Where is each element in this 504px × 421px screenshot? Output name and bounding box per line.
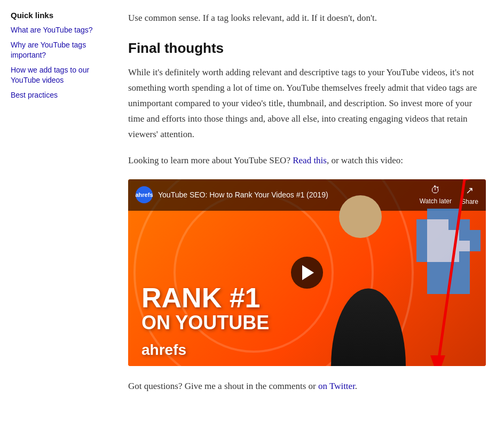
footer-text: Got questions? Give me a shout in the co… [128, 379, 486, 394]
video-title-bar: ahrefs YouTube SEO: How to Rank Your Vid… [136, 186, 328, 203]
play-icon [302, 265, 314, 280]
svg-rect-37 [438, 283, 448, 294]
svg-rect-30 [448, 262, 459, 273]
svg-rect-29 [438, 262, 448, 273]
svg-rect-26 [448, 251, 459, 262]
video-top-bar: ahrefs YouTube SEO: How to Rank Your Vid… [128, 179, 486, 211]
svg-rect-13 [438, 230, 448, 241]
svg-rect-19 [438, 241, 448, 251]
read-this-link[interactable]: Read this [293, 155, 327, 165]
video-intro-after: , or watch this video: [327, 155, 403, 165]
svg-rect-24 [427, 251, 438, 262]
channel-logo: ahrefs [136, 186, 153, 203]
intro-text: Use common sense. If a tag looks relevan… [128, 11, 486, 25]
watch-later-label: Watch later [420, 197, 452, 205]
svg-rect-31 [459, 262, 470, 273]
svg-rect-21 [459, 241, 470, 251]
sidebar: Quick links What are YouTube tags? Why a… [0, 11, 117, 394]
svg-rect-32 [427, 273, 438, 283]
video-title: YouTube SEO: How to Rank Your Videos #1 … [158, 190, 328, 199]
share-icon: ↗ [466, 185, 474, 196]
svg-rect-7 [427, 219, 438, 230]
share-label: Share [461, 198, 478, 205]
sidebar-links: What are YouTube tags? Why are YouTube t… [11, 25, 107, 101]
svg-rect-3 [427, 209, 438, 219]
svg-rect-35 [459, 273, 470, 283]
twitter-link[interactable]: on Twitter [318, 381, 355, 391]
footer-before: Got questions? Give me a shout in the co… [128, 381, 316, 391]
video-thumbnail[interactable]: ahrefs YouTube SEO: How to Rank Your Vid… [128, 179, 486, 366]
sidebar-item-how-add[interactable]: How we add tags to our YouTube videos [11, 65, 107, 86]
svg-rect-17 [416, 241, 427, 251]
svg-rect-9 [448, 219, 459, 230]
video-actions: ⏱ Watch later ↗ Share [420, 185, 478, 205]
svg-rect-12 [427, 230, 438, 241]
brand-label: ahrefs [141, 341, 186, 359]
pixel-graphic [416, 209, 481, 305]
sidebar-title: Quick links [11, 11, 107, 20]
rank-text-line1: RANK #1 [141, 284, 269, 312]
svg-rect-27 [459, 251, 470, 262]
svg-rect-38 [448, 283, 459, 294]
video-intro-paragraph: Looking to learn more about YouTube SEO?… [128, 153, 486, 169]
sidebar-item-what-are-tags[interactable]: What are YouTube tags? [11, 25, 107, 36]
svg-rect-4 [438, 209, 448, 219]
body-paragraph: While it's definitely worth adding relev… [128, 65, 486, 142]
watch-later-icon: ⏱ [431, 185, 440, 196]
svg-rect-16 [470, 230, 481, 241]
svg-rect-33 [438, 273, 448, 283]
svg-rect-20 [448, 241, 459, 251]
video-intro-before: Looking to learn more about YouTube SEO? [128, 155, 290, 165]
svg-rect-23 [416, 251, 427, 262]
svg-rect-39 [459, 283, 470, 294]
svg-rect-18 [427, 241, 438, 251]
footer-after: . [355, 381, 357, 391]
svg-rect-10 [459, 219, 470, 230]
person-head [339, 195, 382, 238]
share-button[interactable]: ↗ Share [461, 185, 478, 205]
svg-rect-6 [416, 219, 427, 230]
svg-rect-28 [427, 262, 438, 273]
sidebar-item-best-practices[interactable]: Best practices [11, 90, 107, 101]
section-heading: Final thoughts [128, 40, 486, 57]
svg-rect-22 [470, 241, 481, 251]
play-button[interactable] [291, 257, 323, 289]
rank-text-line2: ON YOUTUBE [141, 312, 269, 333]
video-container[interactable]: ahrefs YouTube SEO: How to Rank Your Vid… [128, 179, 486, 366]
svg-rect-25 [438, 251, 448, 262]
svg-rect-34 [448, 273, 459, 283]
svg-rect-15 [459, 230, 470, 241]
svg-rect-11 [416, 230, 427, 241]
svg-rect-5 [448, 209, 459, 219]
main-content: Use common sense. If a tag looks relevan… [117, 11, 502, 394]
svg-rect-14 [448, 230, 459, 241]
sidebar-item-why-important[interactable]: Why are YouTube tags important? [11, 40, 107, 61]
svg-rect-36 [427, 283, 438, 294]
svg-rect-8 [438, 219, 448, 230]
watch-later-button[interactable]: ⏱ Watch later [420, 185, 452, 205]
